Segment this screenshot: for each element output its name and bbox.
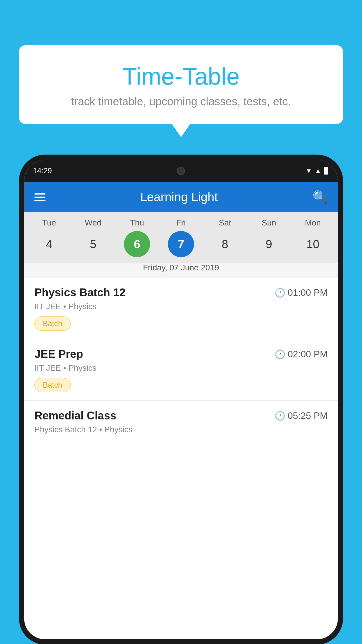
schedule-item-jee-prep[interactable]: JEE Prep 🕐 02:00 PM IIT JEE • Physics Ba… <box>24 339 338 401</box>
clock-icon-3: 🕐 <box>275 411 285 421</box>
speech-bubble-container: Time-Table track timetable, upcoming cla… <box>19 45 343 124</box>
menu-button[interactable] <box>34 193 45 201</box>
phone-screen: Learning Light 🔍 Tue Wed Thu Fri Sat Sun… <box>24 160 338 639</box>
calendar-strip: Tue Wed Thu Fri Sat Sun Mon 4 5 6 7 8 <box>24 212 338 278</box>
app-title: Learning Light <box>140 190 218 204</box>
schedule-item-1-header: Physics Batch 12 🕐 01:00 PM <box>34 286 328 299</box>
phone-status-icons: ▼ ▲ ▊ <box>305 167 329 175</box>
day-headers: Tue Wed Thu Fri Sat Sun Mon <box>24 218 338 231</box>
phone-time: 14:29 <box>33 166 52 175</box>
batch-badge-1: Batch <box>34 316 71 331</box>
signal-icon: ▲ <box>315 167 321 175</box>
phone-camera <box>177 167 185 175</box>
phone-frame: 14:29 ▼ ▲ ▊ Learning Light 🔍 <box>19 155 343 644</box>
day-header-mon: Mon <box>300 218 326 228</box>
bubble-subtitle: track timetable, upcoming classes, tests… <box>34 95 328 108</box>
clock-icon-1: 🕐 <box>275 288 285 298</box>
schedule-item-3-header: Remedial Class 🕐 05:25 PM <box>34 410 328 422</box>
speech-bubble: Time-Table track timetable, upcoming cla… <box>19 45 343 124</box>
phone-notch-area: 14:29 ▼ ▲ ▊ <box>24 160 338 182</box>
clock-icon-2: 🕐 <box>275 349 285 359</box>
schedule-time-3: 🕐 05:25 PM <box>275 410 328 421</box>
schedule-subtitle-1: IIT JEE • Physics <box>34 302 328 311</box>
schedule-item-physics-batch[interactable]: Physics Batch 12 🕐 01:00 PM IIT JEE • Ph… <box>24 278 338 339</box>
day-header-sat: Sat <box>212 218 238 228</box>
wifi-icon: ▼ <box>305 167 312 175</box>
batch-badge-2: Batch <box>34 378 71 392</box>
schedule-subtitle-3: Physics Batch 12 • Physics <box>34 425 328 434</box>
day-header-thu: Thu <box>124 218 150 228</box>
day-header-wed: Wed <box>80 218 106 228</box>
day-7-selected[interactable]: 7 <box>168 231 194 257</box>
phone-screen-inner: Learning Light 🔍 Tue Wed Thu Fri Sat Sun… <box>24 182 338 639</box>
day-6-today[interactable]: 6 <box>124 231 150 257</box>
search-button[interactable]: 🔍 <box>312 190 328 204</box>
app-header: Learning Light 🔍 <box>24 182 338 212</box>
day-10[interactable]: 10 <box>300 231 326 257</box>
schedule-item-remedial[interactable]: Remedial Class 🕐 05:25 PM Physics Batch … <box>24 401 338 448</box>
schedule-title-2: JEE Prep <box>34 348 83 360</box>
day-header-tue: Tue <box>36 218 62 228</box>
schedule-title-1: Physics Batch 12 <box>34 286 126 299</box>
schedule-time-1: 🕐 01:00 PM <box>275 287 328 298</box>
schedule-subtitle-2: IIT JEE • Physics <box>34 363 328 373</box>
day-8[interactable]: 8 <box>212 231 238 257</box>
day-header-fri: Fri <box>168 218 194 228</box>
schedule-title-3: Remedial Class <box>34 410 116 422</box>
battery-icon: ▊ <box>324 167 329 175</box>
bubble-title: Time-Table <box>34 63 328 90</box>
schedule-list: Physics Batch 12 🕐 01:00 PM IIT JEE • Ph… <box>24 278 338 639</box>
day-4[interactable]: 4 <box>36 231 62 257</box>
day-header-sun: Sun <box>256 218 282 228</box>
selected-date: Friday, 07 June 2019 <box>24 263 338 278</box>
schedule-time-2: 🕐 02:00 PM <box>275 349 328 360</box>
day-numbers: 4 5 6 7 8 9 10 <box>24 231 338 263</box>
day-5[interactable]: 5 <box>80 231 106 257</box>
phone-outer: 14:29 ▼ ▲ ▊ Learning Light 🔍 <box>19 155 343 644</box>
schedule-item-2-header: JEE Prep 🕐 02:00 PM <box>34 348 328 360</box>
day-9[interactable]: 9 <box>256 231 282 257</box>
